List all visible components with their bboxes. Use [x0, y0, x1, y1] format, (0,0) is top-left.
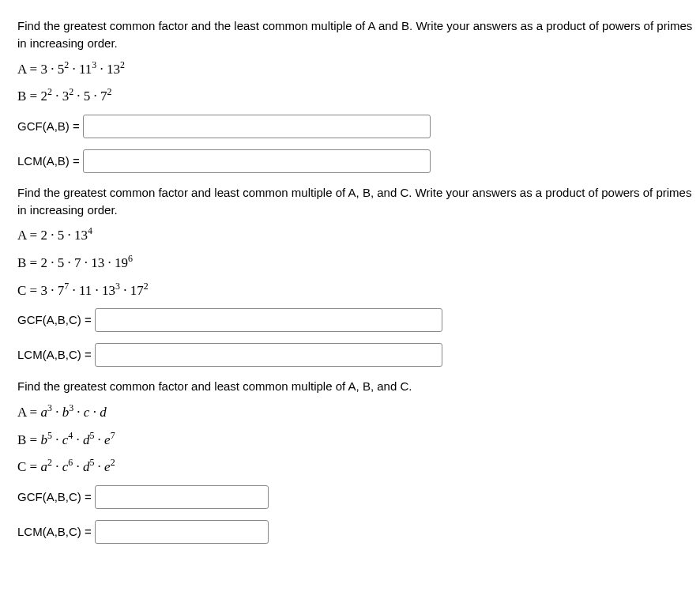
q2-line-c: C = 3 · 77 · 11 · 133 · 172 — [17, 281, 695, 301]
q3-line-b: B = b5 · c4 · d5 · e7 — [17, 431, 695, 451]
q3-gcf-input[interactable] — [95, 485, 269, 509]
q1-b-exp3: 2 — [107, 86, 112, 97]
q3-lcm-label: LCM(A,B,C) = — [17, 523, 92, 541]
q2-prompt: Find the greatest common factor and leas… — [17, 184, 695, 219]
q2-line-b: B = 2 · 5 · 7 · 13 · 196 — [17, 254, 695, 273]
q3-a-b: b — [62, 405, 70, 420]
q2-b-text: B = 2 · 5 · 7 · 13 · 19 — [17, 255, 128, 270]
q3-c-dot2: · — [73, 459, 83, 474]
q3-a-dot1: · — [52, 405, 62, 420]
q3-prompt: Find the greatest common factor and leas… — [17, 378, 695, 395]
q3-c-a: a — [40, 459, 47, 474]
q2-line-a: A = 2 · 5 · 134 — [17, 226, 695, 246]
q2-c-text: C = 3 · 7 — [17, 283, 64, 298]
q3-lcm-input[interactable] — [95, 520, 269, 544]
q1-lcm-row: LCM(A,B) = — [17, 149, 695, 173]
q2-gcf-row: GCF(A,B,C) = — [17, 308, 695, 332]
q1-gcf-label: GCF(A,B) = — [17, 118, 80, 135]
q2-a-exp1: 4 — [88, 226, 92, 237]
q1-prompt: Find the greatest common factor and the … — [17, 17, 695, 52]
q1-gcf-row: GCF(A,B) = — [17, 115, 695, 138]
q2-lcm-label: LCM(A,B,C) = — [17, 346, 92, 364]
q1-a-text: A = 3 · 5 — [17, 62, 64, 77]
q3-c-dot1: · — [52, 459, 62, 474]
q3-b-dot3: · — [94, 432, 104, 447]
q3-b-lhs: B = — [17, 432, 40, 447]
q2-lcm-row: LCM(A,B,C) = — [17, 343, 695, 367]
q2-gcf-label: GCF(A,B,C) = — [17, 311, 92, 329]
q3-c-e: e — [104, 459, 111, 474]
q2-c-mid1: · 11 · 13 — [69, 283, 115, 298]
q1-line-a: A = 3 · 52 · 113 · 132 — [17, 60, 695, 80]
q3-a-dot3: · — [89, 405, 100, 420]
q2-lcm-input[interactable] — [95, 343, 442, 367]
q3-lcm-row: LCM(A,B,C) = — [17, 520, 695, 544]
q1-lcm-input[interactable] — [83, 149, 431, 173]
q2-a-text: A = 2 · 5 · 13 — [17, 228, 88, 243]
q3-b-dot2: · — [73, 432, 83, 447]
q3-a-a: a — [40, 405, 47, 420]
q3-c-dot3: · — [94, 459, 104, 474]
q1-line-b: B = 22 · 32 · 5 · 72 — [17, 87, 695, 107]
q3-line-c: C = a2 · c6 · d5 · e2 — [17, 458, 695, 477]
q3-gcf-row: GCF(A,B,C) = — [17, 485, 695, 509]
q3-b-e-exp: 7 — [111, 430, 115, 441]
q1-a-mid2: · 13 — [96, 62, 120, 77]
q3-a-lhs: A = — [17, 405, 40, 420]
q3-b-e: e — [104, 432, 111, 447]
q1-gcf-input[interactable] — [83, 115, 431, 138]
q1-lcm-label: LCM(A,B) = — [17, 153, 80, 170]
q3-gcf-label: GCF(A,B,C) = — [17, 488, 92, 506]
q2-c-exp3: 2 — [144, 281, 149, 292]
q2-b-exp1: 6 — [128, 253, 133, 264]
q1-a-mid1: · 11 — [69, 62, 92, 77]
q3-a-dot2: · — [73, 405, 84, 420]
q3-c-e-exp: 2 — [111, 458, 115, 469]
q1-b-mid1: · 3 — [52, 89, 69, 104]
q3-line-a: A = a3 · b3 · c · d — [17, 403, 695, 423]
q2-c-mid2: · 17 — [120, 283, 144, 298]
q2-gcf-input[interactable] — [95, 308, 442, 332]
q3-b-dot1: · — [52, 432, 62, 447]
q3-c-lhs: C = — [17, 459, 40, 474]
q1-a-exp3: 2 — [120, 59, 125, 70]
q3-b-b: b — [40, 432, 47, 447]
q1-b-mid2: · 5 · 7 — [73, 89, 107, 104]
q3-a-d: d — [100, 405, 107, 420]
q1-b-text: B = 2 — [17, 89, 47, 104]
